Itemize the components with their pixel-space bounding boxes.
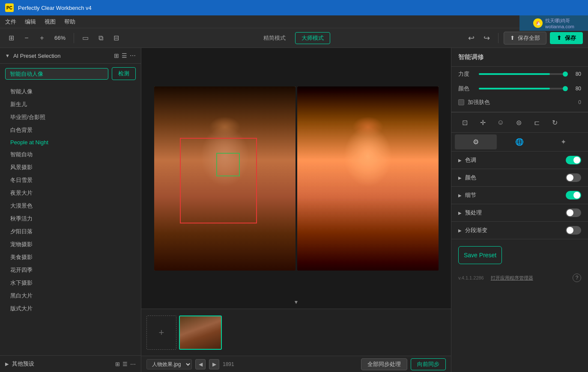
preset-item-8[interactable]: 夜景大片: [0, 187, 141, 199]
skin-enhance-checkbox[interactable]: [458, 99, 464, 105]
save-preset-button[interactable]: Save Preset: [458, 246, 502, 264]
save-button[interactable]: ⬆ 保存: [550, 32, 583, 44]
footer-list-icon[interactable]: ☰: [122, 361, 128, 367]
zoom-in-icon[interactable]: +: [36, 32, 48, 44]
thumbnail-1[interactable]: [179, 315, 222, 350]
right-panel-header: 智能调修: [451, 48, 588, 67]
help-icon[interactable]: ?: [573, 274, 581, 282]
image-count: 1891: [223, 361, 234, 367]
footer-grid-icon[interactable]: ⊞: [115, 361, 120, 367]
menu-help[interactable]: 帮助: [64, 18, 75, 26]
detail-collapse-arrow[interactable]: ▶: [458, 193, 462, 198]
preset-item-6[interactable]: 风景摄影: [0, 161, 141, 174]
view-compare-icon[interactable]: ⊟: [110, 32, 122, 44]
preset-item-7[interactable]: 冬日雪景: [0, 174, 141, 187]
adjust-tool-icon[interactable]: ⊏: [530, 116, 543, 129]
preset-item-17[interactable]: 版式大片: [0, 302, 141, 315]
redo-button[interactable]: ↪: [481, 32, 493, 44]
preprocess-collapse-arrow[interactable]: ▶: [458, 211, 462, 215]
preset-item-1[interactable]: 新生儿: [0, 98, 141, 111]
after-image[interactable]: [297, 86, 439, 271]
tone-collapse-arrow[interactable]: ▶: [458, 158, 462, 163]
detail-section-row: ▶ 细节: [451, 187, 588, 204]
list-view-icon[interactable]: ☰: [122, 52, 127, 59]
view-single-icon[interactable]: ▭: [79, 32, 91, 44]
gradient-toggle[interactable]: [566, 226, 581, 235]
more-options-icon[interactable]: ⋯: [130, 52, 136, 59]
title-bar: PC Perfectly Clear Workbench v4: [0, 0, 588, 15]
tab-presets[interactable]: ✦: [543, 134, 585, 149]
sidebar-collapse-arrow[interactable]: ▼: [5, 53, 10, 58]
color-thumb[interactable]: [563, 86, 568, 91]
right-panel-scroll[interactable]: 力度 80 颜色 80 加强肤色 0: [451, 67, 588, 372]
menu-edit[interactable]: 编辑: [25, 18, 36, 26]
preset-item-9[interactable]: 大漠景色: [0, 199, 141, 212]
tool-icon-row: ⊡ ✛ ☺ ⊜ ⊏ ↻: [451, 112, 588, 133]
tone-toggle[interactable]: [566, 156, 581, 164]
preset-item-12[interactable]: 宠物摄影: [0, 238, 141, 251]
crop-icon[interactable]: ⊞: [5, 32, 17, 44]
preset-item-14[interactable]: 花开四季: [0, 264, 141, 277]
preset-item-16[interactable]: 黑白大片: [0, 289, 141, 302]
toolbar: ⊞ − + 66% ▭ ⧉ ⊟ 精简模式 大师模式 ↩ ↪ ⬆ 保存全部 ⬆ 保…: [0, 28, 588, 48]
footer-more-icon[interactable]: ⋯: [130, 361, 136, 367]
face-tool-icon[interactable]: ☺: [494, 116, 507, 129]
after-image-content: [297, 86, 439, 271]
open-manager-link[interactable]: 打开应用程序管理器: [491, 275, 533, 281]
preprocess-toggle[interactable]: [566, 208, 581, 217]
master-mode-button[interactable]: 大师模式: [295, 32, 330, 44]
watermark: 🐔 找天哪|鸡哥wotianna.com: [519, 15, 588, 31]
menu-view[interactable]: 视图: [45, 18, 56, 26]
gradient-section-label: 分段渐变: [465, 226, 562, 234]
zoom-out-icon[interactable]: −: [21, 32, 33, 44]
preset-item-2[interactable]: 毕业照/合影照: [0, 111, 141, 124]
menu-file[interactable]: 文件: [5, 18, 16, 26]
gradient-collapse-arrow[interactable]: ▶: [458, 228, 462, 233]
sync-forward-button[interactable]: 向前同步: [411, 358, 446, 370]
before-image[interactable]: [154, 86, 295, 271]
detect-button[interactable]: 检测: [112, 67, 136, 80]
divider-1: [451, 109, 588, 112]
color-slider[interactable]: [479, 88, 567, 89]
next-image-button[interactable]: ▶: [209, 359, 219, 369]
preset-select[interactable]: 智能自动人像: [5, 68, 108, 80]
save-all-button[interactable]: ⬆ 保存全部: [504, 32, 547, 45]
sync-all-button[interactable]: 全部同步处理: [361, 358, 407, 370]
rotate-tool-icon[interactable]: ↻: [548, 116, 561, 129]
preset-item-4[interactable]: People at Night: [0, 137, 141, 148]
gradient-section-row: ▶ 分段渐变: [451, 222, 588, 239]
menu-bar: 文件 编辑 视图 帮助: [0, 15, 588, 28]
strength-slider[interactable]: [479, 73, 567, 75]
color-collapse-arrow[interactable]: ▶: [458, 176, 462, 180]
color-toggle[interactable]: [566, 173, 581, 182]
grid-view-icon[interactable]: ⊞: [114, 52, 119, 59]
preset-item-15[interactable]: 水下摄影: [0, 277, 141, 289]
sidebar-footer-icons: ⊞ ☰ ⋯: [115, 361, 136, 367]
tab-sliders[interactable]: ⚙: [455, 134, 497, 149]
sidebar-footer-arrow[interactable]: ▶: [5, 361, 9, 367]
preset-item-10[interactable]: 秋季活力: [0, 212, 141, 225]
tab-effects[interactable]: 🌐: [498, 134, 540, 149]
image-container[interactable]: ▼: [141, 48, 451, 309]
preset-item-0[interactable]: 智能人像: [0, 85, 141, 98]
clone-tool-icon[interactable]: ⊜: [512, 116, 525, 129]
save-all-label: 保存全部: [518, 35, 540, 41]
prev-image-button[interactable]: ◀: [195, 359, 206, 369]
transform-tool-icon[interactable]: ✛: [476, 116, 489, 129]
preset-item-13[interactable]: 美食摄影: [0, 251, 141, 264]
simple-mode-button[interactable]: 精简模式: [257, 33, 292, 44]
view-split-icon[interactable]: ⧉: [95, 32, 107, 44]
preset-item-5[interactable]: 智能自动: [0, 148, 141, 161]
undo-button[interactable]: ↩: [466, 32, 478, 44]
add-photo-button[interactable]: +: [146, 315, 176, 350]
preset-item-11[interactable]: 夕阳日落: [0, 225, 141, 238]
right-panel-title: 智能调修: [458, 53, 581, 61]
strength-thumb[interactable]: [563, 71, 568, 77]
skin-enhance-label: 加强肤色: [468, 98, 575, 106]
sidebar-header-icons: ⊞ ☰ ⋯: [114, 52, 136, 59]
crop-tool-icon[interactable]: ⊡: [458, 116, 471, 129]
preset-item-3[interactable]: 白色背景: [0, 124, 141, 137]
detail-toggle[interactable]: [566, 191, 581, 199]
tone-toggle-thumb: [573, 157, 580, 164]
file-name-select[interactable]: 人物效果.jpg: [146, 359, 192, 369]
